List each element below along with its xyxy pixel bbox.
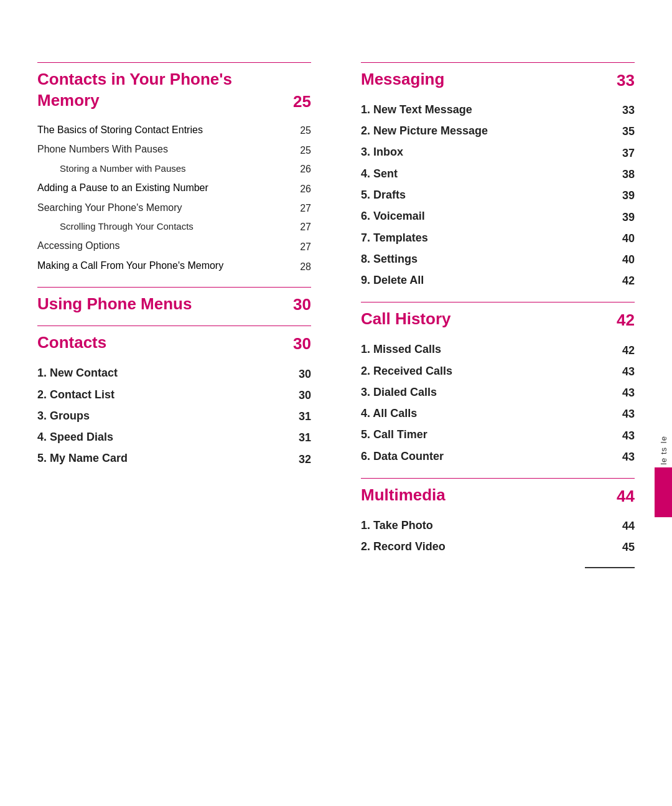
- call-history-section-header: Call History 42: [361, 302, 635, 330]
- entry-take-photo-page: 44: [622, 520, 635, 533]
- messaging-page: 33: [617, 71, 635, 90]
- toc-entry-missed-calls: 1. Missed Calls 42: [361, 339, 635, 360]
- entry-making-call-page: 28: [300, 261, 311, 273]
- toc-entry-scrolling: Scrolling Through Your Contacts 27: [37, 217, 311, 236]
- multimedia-page: 44: [617, 487, 635, 506]
- entry-phone-pauses-page: 25: [300, 145, 311, 156]
- toc-entry-sent: 4. Sent 38: [361, 163, 635, 184]
- call-history-entries: 1. Missed Calls 42 2. Received Calls 43 …: [361, 339, 635, 467]
- entry-inbox-label: 3. Inbox: [361, 144, 622, 159]
- toc-entry-templates: 7. Templates 40: [361, 227, 635, 248]
- entry-new-picture-page: 35: [622, 125, 635, 138]
- using-phone-menus-page: 30: [293, 295, 311, 314]
- entry-groups-page: 31: [299, 410, 311, 423]
- entry-data-counter-label: 6. Data Counter: [361, 449, 622, 464]
- contacts-entries: 1. New Contact 30 2. Contact List 30 3. …: [37, 362, 311, 469]
- messaging-section-header: Messaging 33: [361, 62, 635, 90]
- entry-scrolling-label: Scrolling Through Your Contacts: [60, 220, 300, 233]
- entry-take-photo-label: 1. Take Photo: [361, 518, 622, 533]
- toc-entry-new-contact: 1. New Contact 30: [37, 362, 311, 383]
- toc-entry-adding-pause: Adding a Pause to an Existing Number 26: [37, 178, 311, 198]
- toc-entry-groups: 3. Groups 31: [37, 405, 311, 426]
- entry-making-call-label: Making a Call From Your Phone's Memory: [37, 259, 300, 273]
- contacts-memory-title: Contacts in Your Phone's Memory: [37, 69, 293, 111]
- right-column: Messaging 33 1. New Text Message 33 2. N…: [348, 62, 635, 568]
- toc-entry-dialed-calls: 3. Dialed Calls 43: [361, 382, 635, 403]
- toc-entry-making-call: Making a Call From Your Phone's Memory 2…: [37, 256, 311, 276]
- contacts-memory-page: 25: [293, 92, 311, 111]
- entry-record-video-label: 2. Record Video: [361, 539, 622, 554]
- toc-entry-drafts: 5. Drafts 39: [361, 184, 635, 205]
- entry-new-contact-page: 30: [299, 368, 311, 381]
- toc-entry-new-text: 1. New Text Message 33: [361, 99, 635, 120]
- entry-scrolling-page: 27: [300, 222, 311, 233]
- toc-entry-take-photo: 1. Take Photo 44: [361, 515, 635, 536]
- entry-delete-all-label: 9. Delete All: [361, 273, 622, 288]
- toc-entry-settings: 8. Settings 40: [361, 248, 635, 269]
- entry-storing-pauses-label: Storing a Number with Pauses: [60, 162, 300, 175]
- entry-drafts-page: 39: [622, 189, 635, 202]
- contacts-memory-entries: The Basics of Storing Contact Entries 25…: [37, 120, 311, 276]
- entry-adding-pause-label: Adding a Pause to an Existing Number: [37, 181, 300, 195]
- entry-new-text-label: 1. New Text Message: [361, 102, 622, 117]
- entry-missed-calls-page: 42: [622, 344, 635, 357]
- toc-entry-data-counter: 6. Data Counter 43: [361, 446, 635, 467]
- multimedia-section-header: Multimedia 44: [361, 478, 635, 506]
- toc-entry-voicemail: 6. Voicemail 39: [361, 205, 635, 227]
- toc-entry-phone-pauses: Phone Numbers With Pauses 25: [37, 139, 311, 159]
- toc-entry-accessing: Accessing Options 27: [37, 236, 311, 256]
- entry-dialed-calls-label: 3. Dialed Calls: [361, 385, 622, 400]
- entry-searching-label: Searching Your Phone's Memory: [37, 201, 300, 215]
- entry-dialed-calls-page: 43: [622, 387, 635, 400]
- page-container: Contacts in Your Phone's Memory 25 The B…: [0, 0, 672, 606]
- entry-settings-label: 8. Settings: [361, 251, 622, 266]
- messaging-entries: 1. New Text Message 33 2. New Picture Me…: [361, 99, 635, 291]
- toc-entry-delete-all: 9. Delete All 42: [361, 269, 635, 291]
- using-phone-menus-section-header: Using Phone Menus 30: [37, 287, 311, 315]
- entry-accessing-label: Accessing Options: [37, 239, 300, 253]
- toc-entry-storing-pauses: Storing a Number with Pauses 26: [37, 159, 311, 178]
- toc-entry-new-picture: 2. New Picture Message 35: [361, 120, 635, 141]
- toc-entry-received-calls: 2. Received Calls 43: [361, 360, 635, 382]
- entry-all-calls-page: 43: [622, 408, 635, 421]
- entry-speed-dials-page: 31: [299, 431, 311, 444]
- side-tab-bar: [655, 467, 672, 517]
- entry-received-calls-label: 2. Received Calls: [361, 363, 622, 378]
- entry-storing-pauses-page: 26: [300, 164, 311, 175]
- entry-basics-label: The Basics of Storing Contact Entries: [37, 123, 300, 137]
- entry-phone-pauses-label: Phone Numbers With Pauses: [37, 143, 300, 156]
- call-history-page: 42: [617, 311, 635, 330]
- entry-sent-label: 4. Sent: [361, 166, 622, 181]
- entry-contact-list-page: 30: [299, 389, 311, 402]
- entry-drafts-label: 5. Drafts: [361, 187, 622, 202]
- messaging-title: Messaging: [361, 69, 444, 90]
- entry-contact-list-label: 2. Contact List: [37, 387, 299, 402]
- entry-received-calls-page: 43: [622, 365, 635, 378]
- entry-searching-page: 27: [300, 203, 311, 214]
- entry-data-counter-page: 43: [622, 451, 635, 464]
- toc-entry-all-calls: 4. All Calls 43: [361, 403, 635, 424]
- bottom-line-decoration: [585, 567, 635, 568]
- entry-new-picture-label: 2. New Picture Message: [361, 123, 622, 138]
- left-column: Contacts in Your Phone's Memory 25 The B…: [37, 62, 324, 568]
- entry-templates-page: 40: [622, 232, 635, 245]
- toc-entry-my-name-card: 5. My Name Card 32: [37, 448, 311, 469]
- contacts-page: 30: [293, 334, 311, 354]
- multimedia-entries: 1. Take Photo 44 2. Record Video 45: [361, 515, 635, 558]
- entry-my-name-card-label: 5. My Name Card: [37, 451, 299, 466]
- side-tab-text-top: le: [659, 436, 668, 443]
- toc-entry-speed-dials: 4. Speed Dials 31: [37, 426, 311, 448]
- entry-basics-page: 25: [300, 125, 311, 136]
- entry-call-timer-label: 5. Call Timer: [361, 427, 622, 442]
- using-phone-menus-title: Using Phone Menus: [37, 294, 192, 315]
- entry-adding-pause-page: 26: [300, 184, 311, 195]
- entry-speed-dials-label: 4. Speed Dials: [37, 429, 299, 444]
- entry-delete-all-page: 42: [622, 274, 635, 288]
- toc-entry-call-timer: 5. Call Timer 43: [361, 424, 635, 445]
- toc-entry-record-video: 2. Record Video 45: [361, 536, 635, 557]
- multimedia-title: Multimedia: [361, 485, 446, 506]
- entry-all-calls-label: 4. All Calls: [361, 406, 622, 421]
- toc-entry-searching: Searching Your Phone's Memory 27: [37, 198, 311, 218]
- contacts-memory-section-header: Contacts in Your Phone's Memory 25: [37, 62, 311, 111]
- entry-new-contact-label: 1. New Contact: [37, 365, 299, 380]
